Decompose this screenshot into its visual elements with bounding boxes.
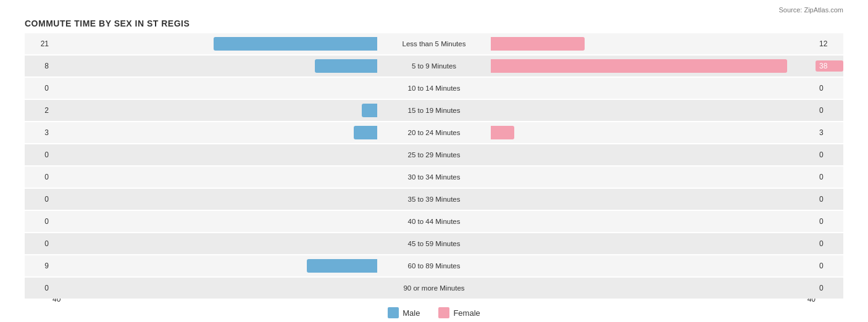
chart-row: 8 5 to 9 Minutes 38 [25, 56, 843, 76]
legend-female-label: Female [453, 308, 480, 318]
left-value: 0 [25, 284, 52, 292]
source-text: Source: ZipAtlas.com [778, 6, 843, 14]
chart-row: 0 40 to 44 Minutes 0 [25, 211, 843, 232]
left-value: 0 [25, 239, 52, 248]
chart-area: 21 Less than 5 Minutes 12 8 5 to 9 Minut… [25, 33, 843, 292]
row-label: 90 or more Minutes [378, 284, 490, 292]
chart-row: 2 15 to 19 Minutes 0 [25, 100, 843, 121]
bar-female [491, 126, 514, 139]
right-bar-area [490, 237, 816, 250]
chart-row: 0 10 to 14 Minutes 0 [25, 78, 843, 99]
right-bar-area [490, 59, 816, 73]
bar-female [491, 37, 585, 51]
left-bar-area [52, 59, 378, 73]
left-bar-area [52, 148, 378, 162]
row-label: 5 to 9 Minutes [378, 62, 490, 70]
legend-male-box [388, 307, 399, 318]
right-bar-area [490, 126, 816, 139]
bar-male [362, 104, 377, 117]
left-bar-area [52, 192, 378, 206]
left-value: 0 [25, 151, 52, 159]
chart-row: 21 Less than 5 Minutes 12 [25, 33, 843, 54]
right-bar-area [490, 281, 816, 295]
left-bar-area [52, 81, 378, 95]
row-label: 25 to 29 Minutes [378, 151, 490, 159]
right-bar-area [490, 192, 816, 206]
right-value: 0 [816, 106, 843, 115]
chart-row: 9 60 to 89 Minutes 0 [25, 255, 843, 276]
chart-row: 0 45 to 59 Minutes 0 [25, 233, 843, 254]
right-value: 0 [816, 239, 843, 248]
legend-female: Female [438, 307, 480, 318]
row-label: 60 to 89 Minutes [378, 262, 490, 270]
bar-female [491, 59, 787, 73]
right-bar-area [490, 81, 816, 95]
left-value: 9 [25, 262, 52, 270]
legend-male: Male [388, 307, 420, 318]
right-bar-area [490, 104, 816, 117]
row-label: 35 to 39 Minutes [378, 196, 490, 203]
row-label: 45 to 59 Minutes [378, 240, 490, 247]
left-value: 3 [25, 128, 52, 137]
row-label: 15 to 19 Minutes [378, 107, 490, 114]
bar-male [354, 126, 377, 139]
chart-row: 0 30 to 34 Minutes 0 [25, 167, 843, 188]
left-bar-area [52, 170, 378, 184]
right-value: 0 [816, 84, 843, 93]
right-value: 3 [816, 128, 843, 137]
legend: Male Female [25, 307, 843, 318]
right-bar-area [490, 148, 816, 162]
left-value: 0 [25, 173, 52, 181]
right-value: 0 [816, 284, 843, 292]
right-value: 0 [816, 217, 843, 226]
right-bar-area [490, 259, 816, 273]
left-value: 8 [25, 62, 52, 70]
right-bar-area [490, 37, 816, 51]
chart-row: 0 90 or more Minutes 0 [25, 278, 843, 299]
row-label: 40 to 44 Minutes [378, 218, 490, 225]
bar-male [214, 37, 377, 51]
right-value: 12 [816, 39, 843, 48]
left-bar-area [52, 126, 378, 139]
left-value: 2 [25, 106, 52, 115]
chart-title: COMMUTE TIME BY SEX IN ST REGIS [25, 19, 843, 28]
legend-male-label: Male [403, 308, 420, 318]
left-value: 0 [25, 84, 52, 93]
right-value: 0 [816, 173, 843, 181]
left-value: 0 [25, 217, 52, 226]
right-value: 38 [816, 60, 843, 72]
left-value: 0 [25, 195, 52, 204]
left-bar-area [52, 37, 378, 51]
right-value: 0 [816, 151, 843, 159]
right-bar-area [490, 215, 816, 228]
chart-container: COMMUTE TIME BY SEX IN ST REGIS Source: … [0, 0, 868, 322]
row-label: 30 to 34 Minutes [378, 173, 490, 181]
left-bar-area [52, 237, 378, 250]
chart-row: 0 25 to 29 Minutes 0 [25, 144, 843, 165]
left-value: 21 [25, 39, 52, 48]
chart-row: 3 20 to 24 Minutes 3 [25, 122, 843, 143]
chart-row: 0 35 to 39 Minutes 0 [25, 189, 843, 210]
right-value: 0 [816, 195, 843, 204]
row-label: 10 to 14 Minutes [378, 85, 490, 92]
bar-male [307, 259, 377, 273]
left-bar-area [52, 104, 378, 117]
left-bar-area [52, 259, 378, 273]
bar-male [315, 59, 377, 73]
row-label: 20 to 24 Minutes [378, 129, 490, 136]
legend-female-box [438, 307, 449, 318]
left-bar-area [52, 281, 378, 295]
right-value: 0 [816, 262, 843, 270]
right-bar-area [490, 170, 816, 184]
left-bar-area [52, 215, 378, 228]
row-label: Less than 5 Minutes [378, 40, 490, 47]
